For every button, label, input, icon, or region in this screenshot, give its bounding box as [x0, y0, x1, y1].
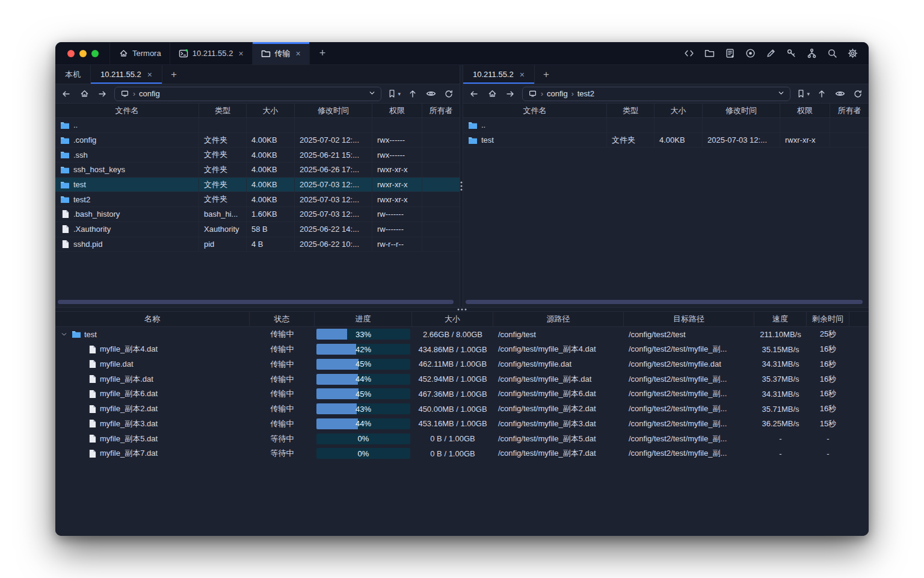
column-header[interactable]: 权限 — [780, 104, 830, 117]
close-icon[interactable]: × — [296, 49, 301, 58]
path-breadcrumb[interactable]: › config › test2 — [522, 87, 790, 101]
column-header[interactable]: 权限 — [372, 104, 422, 117]
column-header[interactable]: 修改时间 — [703, 104, 780, 117]
transfer-row[interactable]: myfile_副本4.dat 传输中 42% 434.86MB / 1.00GB… — [55, 342, 869, 357]
tab-transfer[interactable]: 传输 × — [253, 42, 310, 64]
home-button[interactable] — [78, 88, 90, 100]
upload-button[interactable] — [816, 88, 828, 100]
bookmark-button[interactable]: ▾ — [796, 89, 810, 98]
transfer-row[interactable]: myfile.dat 传输中 45% 462.11MB / 1.00GB /co… — [55, 357, 869, 372]
forward-button[interactable] — [504, 88, 516, 100]
tab-remote-host[interactable]: 10.211.55.2 × — [463, 65, 535, 84]
column-header[interactable]: 剩余时间 — [807, 312, 849, 326]
transfer-panel-splitter[interactable] — [55, 307, 869, 312]
breadcrumb-segment[interactable]: config — [547, 89, 568, 98]
column-header[interactable]: 所有者 — [830, 104, 869, 117]
key-icon[interactable] — [786, 48, 796, 58]
folder-icon[interactable] — [704, 48, 715, 58]
caret-down-icon[interactable]: ▾ — [807, 91, 810, 97]
maximize-window-button[interactable] — [91, 50, 99, 57]
close-icon[interactable]: × — [238, 49, 243, 58]
column-header[interactable]: 类型 — [199, 104, 247, 117]
transfer-status: 传输中 — [250, 402, 315, 417]
table-row[interactable]: ssh_host_keys 文件夹 4.00KB 2025-06-26 17:.… — [55, 163, 460, 178]
table-row[interactable]: test 文件夹 4.00KB 2025-07-03 12:... rwxr-x… — [55, 178, 460, 193]
table-row[interactable]: .. — [463, 118, 869, 133]
back-button[interactable] — [60, 88, 72, 100]
column-header[interactable]: 源路径 — [493, 312, 624, 326]
branch-icon[interactable] — [807, 48, 817, 58]
minimize-window-button[interactable] — [79, 50, 87, 57]
code-icon[interactable] — [684, 48, 694, 58]
transfer-row[interactable]: myfile_副本3.dat 传输中 44% 453.16MB / 1.00GB… — [55, 417, 869, 432]
caret-down-icon[interactable]: ▾ — [398, 91, 401, 97]
tab-remote-host[interactable]: 10.211.55.2 × — [91, 65, 162, 84]
record-icon[interactable] — [745, 48, 756, 58]
chevron-down-icon[interactable] — [368, 89, 376, 99]
chevron-down-icon[interactable] — [59, 331, 69, 338]
log-icon[interactable] — [725, 48, 735, 58]
table-row[interactable]: .config 文件夹 4.00KB 2025-07-02 12:... rwx… — [55, 133, 460, 148]
breadcrumb-segment[interactable]: test2 — [578, 89, 594, 98]
new-panel-tab-button[interactable]: + — [535, 65, 558, 84]
transfer-eta: 16秒 — [807, 357, 849, 372]
new-panel-tab-button[interactable]: + — [162, 65, 185, 84]
edit-icon[interactable] — [766, 48, 776, 58]
home-button[interactable] — [486, 88, 498, 100]
tab-local[interactable]: 本机 — [55, 65, 91, 84]
chevron-down-icon[interactable] — [777, 89, 785, 99]
column-header[interactable]: 文件名 — [55, 104, 199, 117]
show-hidden-files-button[interactable] — [834, 88, 846, 100]
refresh-button[interactable] — [443, 88, 455, 100]
settings-icon[interactable] — [848, 48, 858, 58]
table-row[interactable]: test 文件夹 4.00KB 2025-07-03 12:... rwxr-x… — [463, 133, 869, 148]
show-hidden-files-button[interactable] — [425, 88, 437, 100]
transfer-source-path: /config/test/myfile_副本5.dat — [493, 431, 624, 446]
close-icon[interactable]: × — [520, 70, 525, 79]
column-header[interactable]: 速度 — [754, 312, 807, 326]
column-header[interactable]: 类型 — [607, 104, 654, 117]
transfer-row[interactable]: myfile_副本7.dat 等待中 0% 0 B / 1.00GB /conf… — [55, 446, 869, 461]
table-row[interactable]: .Xauthority Xauthority 58 B 2025-06-22 1… — [55, 222, 460, 237]
transfer-row[interactable]: test 传输中 33% 2.66GB / 8.00GB /config/tes… — [55, 327, 869, 342]
refresh-button[interactable] — [852, 88, 864, 100]
transfer-row[interactable]: myfile_副本6.dat 传输中 45% 467.36MB / 1.00GB… — [55, 387, 869, 402]
column-header[interactable]: 大小 — [654, 104, 703, 117]
forward-button[interactable] — [96, 88, 108, 100]
tab-host-session[interactable]: 10.211.55.2 × — [170, 42, 253, 64]
column-header[interactable]: 名称 — [55, 312, 250, 326]
table-row[interactable]: .ssh 文件夹 4.00KB 2025-06-21 15:... rwx---… — [55, 148, 460, 163]
transfer-name: myfile.dat — [100, 359, 134, 368]
column-header[interactable]: 文件名 — [463, 104, 607, 117]
search-icon[interactable] — [827, 48, 837, 58]
table-row[interactable]: .. — [55, 118, 460, 133]
close-window-button[interactable] — [67, 50, 75, 57]
file-type: 文件夹 — [199, 192, 247, 207]
table-row[interactable]: sshd.pid pid 4 B 2025-06-22 10:... rw-r-… — [55, 237, 460, 252]
upload-button[interactable] — [407, 88, 419, 100]
column-header[interactable]: 修改时间 — [295, 104, 372, 117]
file-name-cell: .ssh — [55, 148, 199, 162]
path-breadcrumb[interactable]: › config — [114, 87, 381, 101]
column-header[interactable]: 所有者 — [422, 104, 460, 117]
bookmark-button[interactable]: ▾ — [387, 89, 401, 98]
close-icon[interactable]: × — [147, 70, 152, 79]
back-button[interactable] — [468, 88, 480, 100]
horizontal-scrollbar[interactable] — [58, 300, 454, 304]
transfer-row[interactable]: myfile_副本.dat 传输中 44% 452.94MB / 1.00GB … — [55, 371, 869, 387]
table-row[interactable]: .bash_history bash_hi... 1.60KB 2025-07-… — [55, 207, 460, 222]
column-header[interactable]: 大小 — [247, 104, 295, 117]
table-row[interactable]: test2 文件夹 4.00KB 2025-07-03 12:... rwxr-… — [55, 192, 460, 207]
file-name-cell: .. — [463, 118, 607, 132]
transfer-row[interactable]: myfile_副本5.dat 等待中 0% 0 B / 1.00GB /conf… — [55, 431, 869, 446]
tab-termora[interactable]: Termora — [109, 42, 170, 64]
column-header[interactable]: 进度 — [315, 312, 412, 326]
transfer-row[interactable]: myfile_副本2.dat 传输中 43% 450.00MB / 1.00GB… — [55, 402, 869, 417]
column-header[interactable]: 大小 — [412, 312, 493, 326]
column-header[interactable]: 目标路径 — [624, 312, 754, 326]
breadcrumb-segment[interactable]: config — [139, 89, 160, 98]
horizontal-scrollbar[interactable] — [466, 300, 863, 304]
transfer-table-body: test 传输中 33% 2.66GB / 8.00GB /config/tes… — [55, 327, 869, 461]
new-tab-button[interactable]: + — [310, 42, 336, 64]
column-header[interactable]: 状态 — [250, 312, 315, 326]
